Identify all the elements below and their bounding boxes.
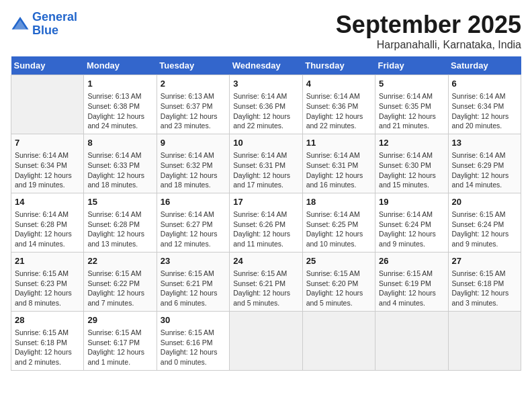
cell-info: Daylight: 12 hours bbox=[161, 347, 226, 357]
cell-info: and 1 minute. bbox=[87, 357, 152, 367]
calendar-table: SundayMondayTuesdayWednesdayThursdayFrid… bbox=[11, 56, 521, 371]
calendar-body: 1Sunrise: 6:13 AMSunset: 6:38 PMDaylight… bbox=[11, 75, 521, 371]
cell-info: Sunrise: 6:14 AM bbox=[15, 150, 80, 161]
day-header-saturday: Saturday bbox=[448, 56, 521, 75]
cell-info: Sunset: 6:24 PM bbox=[379, 220, 444, 230]
cell-info: Sunrise: 6:13 AM bbox=[87, 91, 152, 101]
cell-info: and 17 minutes. bbox=[233, 180, 298, 190]
day-number: 19 bbox=[379, 196, 444, 208]
cell-info: Sunset: 6:35 PM bbox=[379, 101, 444, 111]
day-number: 25 bbox=[306, 255, 371, 267]
cell-info: and 8 minutes. bbox=[15, 298, 80, 308]
cell-info: Sunset: 6:33 PM bbox=[87, 161, 152, 171]
cell-info: and 6 minutes. bbox=[161, 298, 226, 308]
cell-info: Sunset: 6:31 PM bbox=[306, 161, 371, 171]
cell-info: and 14 minutes. bbox=[452, 180, 517, 190]
cell-info: and 21 minutes. bbox=[379, 121, 444, 131]
day-number: 2 bbox=[161, 78, 226, 90]
day-number: 16 bbox=[161, 196, 226, 208]
day-number: 27 bbox=[452, 255, 517, 267]
cell-info: and 22 minutes. bbox=[306, 121, 371, 131]
cell-info: Daylight: 12 hours bbox=[452, 111, 517, 122]
calendar-cell: 6Sunrise: 6:14 AMSunset: 6:34 PMDaylight… bbox=[448, 75, 521, 134]
day-number: 21 bbox=[15, 255, 80, 267]
cell-info: Sunset: 6:18 PM bbox=[452, 279, 517, 289]
title-area: September 2025 Harpanahalli, Karnataka, … bbox=[336, 11, 521, 51]
cell-info: Daylight: 12 hours bbox=[306, 288, 371, 298]
calendar-cell: 21Sunrise: 6:15 AMSunset: 6:23 PMDayligh… bbox=[11, 252, 84, 311]
subtitle: Harpanahalli, Karnataka, India bbox=[336, 39, 521, 51]
cell-info: Sunset: 6:29 PM bbox=[452, 161, 517, 171]
day-number: 18 bbox=[306, 196, 371, 208]
cell-info: Sunrise: 6:14 AM bbox=[306, 150, 371, 161]
calendar-cell: 4Sunrise: 6:14 AMSunset: 6:36 PMDaylight… bbox=[302, 75, 375, 134]
calendar-cell: 30Sunrise: 6:15 AMSunset: 6:16 PMDayligh… bbox=[157, 311, 229, 370]
calendar-cell: 28Sunrise: 6:15 AMSunset: 6:18 PMDayligh… bbox=[11, 311, 84, 370]
calendar-cell: 15Sunrise: 6:14 AMSunset: 6:28 PMDayligh… bbox=[84, 193, 157, 252]
cell-info: Sunset: 6:37 PM bbox=[161, 101, 226, 111]
cell-info: Sunset: 6:30 PM bbox=[379, 161, 444, 171]
cell-info: Daylight: 12 hours bbox=[379, 171, 444, 181]
day-number: 7 bbox=[15, 137, 80, 149]
cell-info: Sunset: 6:23 PM bbox=[15, 279, 80, 289]
cell-info: Daylight: 12 hours bbox=[161, 288, 226, 298]
cell-info: Sunset: 6:22 PM bbox=[87, 279, 152, 289]
cell-info: Daylight: 12 hours bbox=[306, 171, 371, 181]
logo-icon bbox=[11, 15, 30, 34]
cell-info: and 3 minutes. bbox=[452, 298, 517, 308]
cell-info: Daylight: 12 hours bbox=[87, 288, 152, 298]
calendar-cell: 22Sunrise: 6:15 AMSunset: 6:22 PMDayligh… bbox=[84, 252, 157, 311]
cell-info: and 16 minutes. bbox=[306, 180, 371, 190]
day-number: 14 bbox=[15, 196, 80, 208]
cell-info: and 18 minutes. bbox=[87, 180, 152, 190]
week-row-4: 28Sunrise: 6:15 AMSunset: 6:18 PMDayligh… bbox=[11, 311, 521, 370]
cell-info: and 7 minutes. bbox=[87, 298, 152, 308]
day-number: 22 bbox=[87, 255, 152, 267]
cell-info: and 22 minutes. bbox=[233, 121, 298, 131]
cell-info: Daylight: 12 hours bbox=[87, 347, 152, 357]
calendar-cell: 8Sunrise: 6:14 AMSunset: 6:33 PMDaylight… bbox=[84, 134, 157, 193]
cell-info: and 9 minutes. bbox=[452, 239, 517, 249]
cell-info: Sunrise: 6:15 AM bbox=[379, 269, 444, 279]
day-number: 15 bbox=[87, 196, 152, 208]
week-row-3: 21Sunrise: 6:15 AMSunset: 6:23 PMDayligh… bbox=[11, 252, 521, 311]
cell-info: Sunrise: 6:14 AM bbox=[161, 210, 226, 220]
cell-info: Sunset: 6:17 PM bbox=[87, 338, 152, 348]
day-number: 23 bbox=[161, 255, 226, 267]
cell-info: Sunrise: 6:13 AM bbox=[161, 91, 226, 101]
day-header-thursday: Thursday bbox=[302, 56, 375, 75]
day-number: 4 bbox=[306, 78, 371, 90]
cell-info: Sunset: 6:27 PM bbox=[161, 220, 226, 230]
cell-info: and 15 minutes. bbox=[379, 180, 444, 190]
cell-info: Daylight: 12 hours bbox=[306, 111, 371, 122]
calendar-cell: 19Sunrise: 6:14 AMSunset: 6:24 PMDayligh… bbox=[375, 193, 448, 252]
week-row-2: 14Sunrise: 6:14 AMSunset: 6:28 PMDayligh… bbox=[11, 193, 521, 252]
cell-info: and 5 minutes. bbox=[233, 298, 298, 308]
cell-info: Sunrise: 6:14 AM bbox=[233, 210, 298, 220]
cell-info: Sunrise: 6:15 AM bbox=[87, 328, 152, 338]
logo-line1: General bbox=[32, 10, 77, 24]
cell-info: and 13 minutes. bbox=[87, 239, 152, 249]
month-title: September 2025 bbox=[336, 11, 521, 39]
calendar-cell: 2Sunrise: 6:13 AMSunset: 6:37 PMDaylight… bbox=[157, 75, 229, 134]
day-number: 5 bbox=[379, 78, 444, 90]
calendar-cell bbox=[302, 311, 375, 370]
cell-info: Daylight: 12 hours bbox=[452, 171, 517, 181]
days-header-row: SundayMondayTuesdayWednesdayThursdayFrid… bbox=[11, 56, 521, 75]
cell-info: and 23 minutes. bbox=[161, 121, 226, 131]
calendar-cell: 7Sunrise: 6:14 AMSunset: 6:34 PMDaylight… bbox=[11, 134, 84, 193]
calendar-cell: 5Sunrise: 6:14 AMSunset: 6:35 PMDaylight… bbox=[375, 75, 448, 134]
cell-info: Daylight: 12 hours bbox=[452, 288, 517, 298]
logo-line2: Blue bbox=[32, 24, 58, 37]
calendar-cell: 13Sunrise: 6:14 AMSunset: 6:29 PMDayligh… bbox=[448, 134, 521, 193]
calendar-cell: 12Sunrise: 6:14 AMSunset: 6:30 PMDayligh… bbox=[375, 134, 448, 193]
cell-info: and 19 minutes. bbox=[15, 180, 80, 190]
day-number: 20 bbox=[452, 196, 517, 208]
cell-info: Sunrise: 6:15 AM bbox=[452, 210, 517, 220]
cell-info: Sunset: 6:16 PM bbox=[161, 338, 226, 348]
cell-info: Sunset: 6:36 PM bbox=[233, 101, 298, 111]
cell-info: Sunset: 6:21 PM bbox=[233, 279, 298, 289]
cell-info: Sunrise: 6:14 AM bbox=[87, 210, 152, 220]
cell-info: Sunrise: 6:14 AM bbox=[379, 150, 444, 161]
cell-info: and 5 minutes. bbox=[306, 298, 371, 308]
